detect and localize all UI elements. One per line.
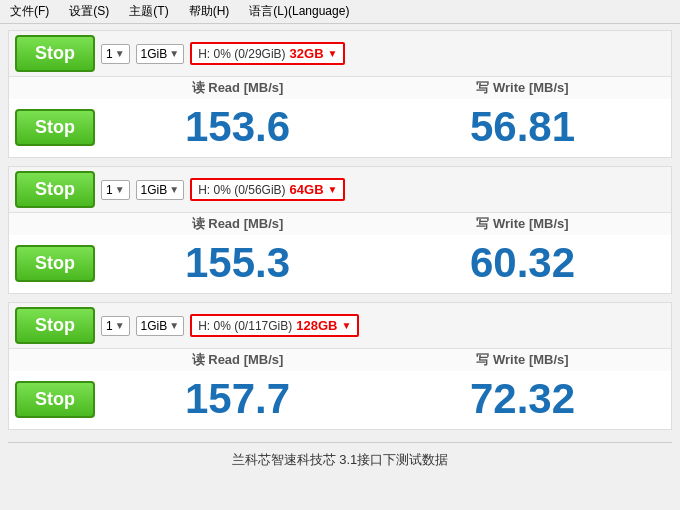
- write-header-3: 写 Write [MB/s]: [380, 351, 665, 369]
- control-bar-1: Stop 1 ▼ 1GiB ▼ H: 0% (0/29GiB) 32GB ▼: [9, 31, 671, 77]
- header-row-2: 读 Read [MB/s] 写 Write [MB/s]: [9, 213, 671, 235]
- queue-dropdown-1[interactable]: 1 ▼: [101, 44, 130, 64]
- control-bar-3: Stop 1 ▼ 1GiB ▼ H: 0% (0/117GiB) 128GB ▼: [9, 303, 671, 349]
- queue-arrow-1: ▼: [115, 48, 125, 59]
- stop-button-3b[interactable]: Stop: [15, 381, 95, 418]
- values-row-1: Stop 153.6 56.81: [9, 99, 671, 157]
- stop-button-1b[interactable]: Stop: [15, 109, 95, 146]
- footer-text: 兰科芯智速科技芯 3.1接口下测试数据: [232, 452, 449, 467]
- menu-theme[interactable]: 主题(T): [127, 2, 170, 21]
- write-value-2: 60.32: [470, 239, 575, 286]
- drive-arrow-3: ▼: [341, 320, 351, 331]
- size-arrow-3: ▼: [169, 320, 179, 331]
- stop-button-2b[interactable]: Stop: [15, 245, 95, 282]
- read-value-2: 155.3: [185, 239, 290, 286]
- header-row-1: 读 Read [MB/s] 写 Write [MB/s]: [9, 77, 671, 99]
- menu-help[interactable]: 帮助(H): [187, 2, 232, 21]
- queue-dropdown-2[interactable]: 1 ▼: [101, 180, 130, 200]
- size-arrow-2: ▼: [169, 184, 179, 195]
- read-value-1: 153.6: [185, 103, 290, 150]
- stop-button-3[interactable]: Stop: [15, 307, 95, 344]
- benchmark-block-2: Stop 1 ▼ 1GiB ▼ H: 0% (0/56GiB) 64GB ▼ 读…: [8, 166, 672, 294]
- write-value-3: 72.32: [470, 375, 575, 422]
- benchmark-block-3: Stop 1 ▼ 1GiB ▼ H: 0% (0/117GiB) 128GB ▼…: [8, 302, 672, 430]
- write-header-2: 写 Write [MB/s]: [380, 215, 665, 233]
- read-value-3: 157.7: [185, 375, 290, 422]
- menu-bar: 文件(F) 设置(S) 主题(T) 帮助(H) 语言(L)(Language): [0, 0, 680, 24]
- values-row-2: Stop 155.3 60.32: [9, 235, 671, 293]
- header-row-3: 读 Read [MB/s] 写 Write [MB/s]: [9, 349, 671, 371]
- menu-file[interactable]: 文件(F): [8, 2, 51, 21]
- menu-settings[interactable]: 设置(S): [67, 2, 111, 21]
- stop-button-2[interactable]: Stop: [15, 171, 95, 208]
- footer: 兰科芯智速科技芯 3.1接口下测试数据: [8, 442, 672, 477]
- queue-dropdown-3[interactable]: 1 ▼: [101, 316, 130, 336]
- read-header-3: 读 Read [MB/s]: [95, 351, 380, 369]
- control-bar-2: Stop 1 ▼ 1GiB ▼ H: 0% (0/56GiB) 64GB ▼: [9, 167, 671, 213]
- drive-arrow-2: ▼: [328, 184, 338, 195]
- queue-arrow-3: ▼: [115, 320, 125, 331]
- stop-button-1[interactable]: Stop: [15, 35, 95, 72]
- benchmark-block-1: Stop 1 ▼ 1GiB ▼ H: 0% (0/29GiB) 32GB ▼ 读…: [8, 30, 672, 158]
- read-header-2: 读 Read [MB/s]: [95, 215, 380, 233]
- menu-language[interactable]: 语言(L)(Language): [247, 2, 351, 21]
- size-dropdown-2[interactable]: 1GiB ▼: [136, 180, 185, 200]
- drive-selector-1[interactable]: H: 0% (0/29GiB) 32GB ▼: [190, 42, 345, 65]
- queue-arrow-2: ▼: [115, 184, 125, 195]
- write-value-1: 56.81: [470, 103, 575, 150]
- drive-arrow-1: ▼: [328, 48, 338, 59]
- drive-selector-3[interactable]: H: 0% (0/117GiB) 128GB ▼: [190, 314, 359, 337]
- drive-selector-2[interactable]: H: 0% (0/56GiB) 64GB ▼: [190, 178, 345, 201]
- main-content: Stop 1 ▼ 1GiB ▼ H: 0% (0/29GiB) 32GB ▼ 读…: [0, 24, 680, 483]
- write-header-1: 写 Write [MB/s]: [380, 79, 665, 97]
- size-arrow-1: ▼: [169, 48, 179, 59]
- size-dropdown-3[interactable]: 1GiB ▼: [136, 316, 185, 336]
- size-dropdown-1[interactable]: 1GiB ▼: [136, 44, 185, 64]
- values-row-3: Stop 157.7 72.32: [9, 371, 671, 429]
- read-header-1: 读 Read [MB/s]: [95, 79, 380, 97]
